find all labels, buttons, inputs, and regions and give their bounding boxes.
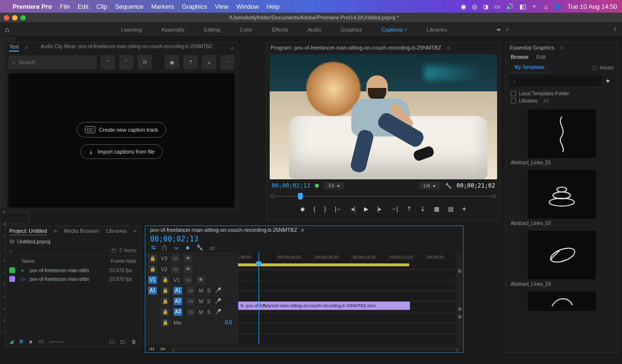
new-bin-footer-button[interactable]: 🗀 — [120, 339, 125, 345]
status-spotlight-icon[interactable]: ⌕ — [544, 3, 548, 10]
a1-lock-toggle[interactable]: 🔒 — [161, 287, 170, 295]
work-area-bar[interactable] — [238, 263, 409, 266]
new-item-button[interactable]: ▢ — [109, 338, 114, 345]
go-to-in-button[interactable]: |← — [335, 206, 342, 212]
track-header-v2[interactable]: 🔒 V2 ▭ 👁 — [145, 263, 238, 274]
comparison-view-button[interactable]: ▤ — [448, 206, 453, 212]
media-browser-tab[interactable]: Media Browser — [64, 228, 99, 235]
timeline-canvas[interactable]: 00;00 00;00;04;23 00;00;09;23 00;00;14;2… — [238, 253, 463, 345]
caption-prev-button[interactable]: ˄ — [101, 55, 115, 69]
go-to-out-button[interactable]: →| — [390, 206, 397, 212]
step-back-button[interactable]: ◂| — [351, 206, 355, 212]
traffic-close[interactable] — [4, 15, 9, 20]
v3-visibility-toggle[interactable]: 👁 — [184, 255, 192, 262]
project-search-icon[interactable]: ⌕ — [9, 247, 13, 253]
tl-settings-icon[interactable]: 🔧 — [196, 244, 203, 251]
v2-visibility-toggle[interactable]: 👁 — [184, 265, 192, 273]
tl-link-icon[interactable]: ⫘ — [173, 245, 179, 251]
new-bin-button[interactable]: 🗀 — [111, 247, 117, 253]
traffic-minimize[interactable] — [12, 15, 17, 20]
menu-help[interactable]: Help — [266, 3, 279, 10]
clip-fx-badge[interactable]: fx — [241, 303, 244, 308]
v1-output-toggle[interactable]: ▭ — [184, 276, 192, 284]
eg-adobe-tab[interactable]: ▢Adobe — [592, 65, 614, 70]
caption-search[interactable]: ⌕ — [8, 55, 97, 69]
project-item-1[interactable]: ⎆ pov-of-freelancer-man-sittin 23.976 fp… — [5, 266, 140, 275]
text-panel-menu-icon[interactable]: ≡ — [25, 45, 28, 51]
v2-lock-toggle[interactable]: 🔒 — [148, 265, 157, 273]
eg-favorite-button[interactable]: ★ — [602, 78, 614, 84]
ws-effects[interactable]: Effects — [262, 27, 298, 33]
libraries-tab[interactable]: Libraries — [106, 228, 126, 235]
ws-libraries[interactable]: Libraries — [417, 27, 457, 33]
project-col-name[interactable]: Name — [22, 259, 111, 264]
eg-template-thumb-2[interactable] — [528, 170, 596, 219]
v1-visibility-toggle[interactable]: 👁 — [196, 276, 205, 284]
a3-target[interactable]: A3 — [173, 308, 182, 316]
import-captions-button[interactable]: ⭳ Import captions from file — [80, 144, 163, 159]
a3-solo-toggle[interactable]: S — [207, 309, 210, 315]
track-header-a2[interactable]: 🔒 A2 ▭ M S 🎤 — [145, 295, 238, 306]
text-panel-tab[interactable]: Text — [9, 44, 19, 52]
ws-collapse-icon[interactable]: ◂◂ — [496, 26, 499, 33]
status-cc-icon[interactable]: ◎ — [472, 3, 477, 10]
status-sync-icon[interactable]: ◑ — [483, 3, 488, 10]
lift-button[interactable]: ⤒ — [407, 206, 412, 212]
timeline-vscroll[interactable] — [456, 253, 463, 345]
track-header-a3[interactable]: 🔒 A3 ▭ M S 🎤 — [145, 306, 238, 317]
ws-captions[interactable]: Captions ≡ — [372, 27, 417, 33]
a2-voice-toggle[interactable]: 🎤 — [215, 298, 222, 304]
project-overflow[interactable]: » — [134, 228, 137, 235]
a3-mute-toggle[interactable]: M — [199, 309, 203, 315]
tl-snap-icon[interactable]: ⋂ — [162, 244, 167, 251]
a3-voice-toggle[interactable]: 🎤 — [215, 309, 222, 315]
ws-learning[interactable]: Learning — [111, 27, 152, 33]
track-header-v1[interactable]: V1 🔒 V1 ▭ 👁 — [145, 274, 238, 285]
eg-search-input[interactable]: ⌕ — [510, 75, 602, 86]
tl-jump-prev-icon[interactable]: ⏮ — [149, 346, 155, 351]
tl-cc-icon[interactable]: cc — [210, 245, 215, 251]
ws-captions-menu-icon[interactable]: ≡ — [404, 27, 407, 33]
program-panel-menu-icon[interactable]: ≡ — [447, 45, 450, 51]
a1-target[interactable]: A1 — [173, 287, 182, 295]
program-monitor-viewport[interactable] — [270, 54, 497, 179]
add-marker-button[interactable]: ◆ — [300, 206, 305, 212]
freeform-view-button[interactable]: ▭ — [38, 338, 43, 345]
v1-source-patch[interactable]: V1 — [148, 276, 157, 284]
app-name[interactable]: Premiere Pro — [13, 3, 52, 10]
step-forward-button[interactable]: |▸ — [377, 206, 381, 212]
zoom-slider[interactable]: ○─── — [49, 339, 64, 345]
a2-solo-toggle[interactable]: S — [207, 298, 210, 304]
program-playhead[interactable] — [298, 193, 303, 200]
a2-mute-toggle[interactable]: M — [199, 298, 203, 304]
project-item-1-label[interactable] — [9, 267, 15, 273]
program-current-tc[interactable]: 00;00;02;13 — [272, 182, 310, 189]
eg-template-thumb-4[interactable] — [528, 292, 596, 311]
v3-lock-toggle[interactable]: 🔒 — [148, 255, 157, 262]
project-tab[interactable]: Project: Untitled — [9, 228, 47, 235]
a1-source-patch[interactable]: A1 — [148, 287, 157, 295]
button-editor-button[interactable]: + — [462, 205, 466, 213]
program-scrubber[interactable] — [271, 192, 496, 201]
eg-template-thumb-1[interactable] — [528, 109, 596, 158]
timeline-panel-menu-icon[interactable]: ≡ — [301, 227, 304, 233]
eg-template-thumb-3[interactable] — [528, 231, 596, 279]
menu-file[interactable]: File — [60, 3, 70, 10]
export-frame-button[interactable]: ▦ — [434, 206, 439, 212]
project-item-2[interactable]: ▭ pov-of-freelancer-man-sittin 23.976 fp… — [5, 275, 140, 283]
track-header-a1[interactable]: A1 🔒 A1 ▭ M S 🎤 — [145, 285, 238, 295]
tl-marker-icon[interactable]: ◆ — [186, 244, 190, 251]
project-item-2-label[interactable] — [9, 276, 15, 282]
menu-markers[interactable]: Markers — [151, 3, 174, 10]
trash-button[interactable]: 🗑 — [131, 339, 137, 345]
ws-color[interactable]: Color — [230, 27, 262, 33]
timeline-playhead[interactable] — [259, 253, 259, 345]
v1-lock-toggle[interactable]: 🔒 — [161, 276, 170, 284]
traffic-zoom[interactable] — [20, 15, 26, 20]
mix-lock-toggle[interactable]: 🔒 — [161, 319, 170, 327]
caption-record-button[interactable]: ◉ — [165, 55, 179, 69]
program-settings-icon[interactable]: 🔧 — [445, 183, 452, 189]
a1-mute-toggle[interactable]: M — [199, 288, 203, 294]
timeline-current-tc[interactable]: 00;00;02;13 — [145, 234, 463, 244]
mark-in-button[interactable]: { — [313, 206, 315, 212]
